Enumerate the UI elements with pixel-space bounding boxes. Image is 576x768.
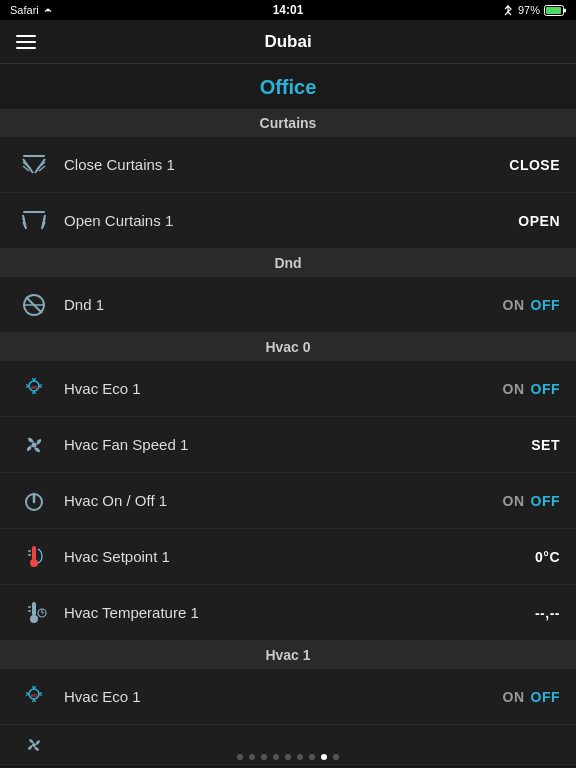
- hvac-power-on-button[interactable]: ON: [503, 493, 525, 509]
- battery-text: 97%: [518, 4, 540, 16]
- pagination-dots: [0, 754, 576, 760]
- dot-7[interactable]: [309, 754, 315, 760]
- hvac-temp-value: --,--: [535, 605, 560, 621]
- hvac-eco-label: Hvac Eco 1: [64, 380, 503, 397]
- open-curtains-label: Open Curtains 1: [64, 212, 518, 229]
- bluetooth-icon: [502, 4, 514, 16]
- hvac-power-icon: [16, 483, 52, 519]
- carrier-text: Safari: [10, 4, 39, 16]
- dot-2[interactable]: [249, 754, 255, 760]
- hvac1-eco-action-group: ON OFF: [503, 689, 561, 705]
- hvac-power-off-button[interactable]: OFF: [531, 493, 561, 509]
- status-carrier: Safari: [10, 4, 53, 16]
- svg-point-26: [30, 559, 38, 567]
- close-curtains-label: Close Curtains 1: [64, 156, 509, 173]
- close-curtains-action[interactable]: CLOSE: [509, 157, 560, 173]
- dot-6[interactable]: [297, 754, 303, 760]
- dnd-label: Dnd 1: [64, 296, 503, 313]
- dot-9[interactable]: [333, 754, 339, 760]
- svg-point-23: [32, 442, 37, 447]
- hvac-eco-icon-2: eco: [16, 679, 52, 715]
- list-item[interactable]: Close Curtains 1 CLOSE: [0, 137, 576, 193]
- hvac1-eco-on-button[interactable]: ON: [503, 689, 525, 705]
- hvac-setpoint-value[interactable]: 0°C: [535, 549, 560, 565]
- dot-8-active[interactable]: [321, 754, 327, 760]
- list-item[interactable]: Open Curtains 1 OPEN: [0, 193, 576, 249]
- hvac-eco-icon: eco: [16, 371, 52, 407]
- wifi-icon: [43, 5, 53, 15]
- hvac-eco-off-button[interactable]: OFF: [531, 381, 561, 397]
- list-item[interactable]: Hvac Fan Speed 1 SET: [0, 417, 576, 473]
- list-item[interactable]: Hvac On / Off 1 ON OFF: [0, 473, 576, 529]
- room-title: Office: [0, 64, 576, 109]
- dot-5[interactable]: [285, 754, 291, 760]
- dot-4[interactable]: [273, 754, 279, 760]
- curtains-closed-icon: [16, 147, 52, 183]
- hvac-fan-label: Hvac Fan Speed 1: [64, 436, 531, 453]
- status-bar: Safari 14:01 97%: [0, 0, 576, 20]
- hvac-setpoint-label: Hvac Setpoint 1: [64, 548, 535, 565]
- section-dnd-header: Dnd: [0, 249, 576, 277]
- nav-title: Dubai: [264, 32, 311, 52]
- nav-bar: Dubai: [0, 20, 576, 64]
- dot-1[interactable]: [237, 754, 243, 760]
- svg-rect-4: [23, 155, 45, 157]
- list-item[interactable]: Dnd 1 ON OFF: [0, 277, 576, 333]
- hvac-temp-icon: [16, 595, 52, 631]
- dnd-off-button[interactable]: OFF: [531, 297, 561, 313]
- hvac-power-label: Hvac On / Off 1: [64, 492, 503, 509]
- section-hvac0-header: Hvac 0: [0, 333, 576, 361]
- hvac1-eco-off-button[interactable]: OFF: [531, 689, 561, 705]
- menu-button[interactable]: [16, 35, 36, 49]
- svg-rect-11: [23, 211, 45, 213]
- status-time: 14:01: [273, 3, 304, 17]
- svg-rect-3: [564, 8, 566, 12]
- svg-rect-2: [546, 7, 561, 14]
- battery-icon: [544, 5, 566, 16]
- dnd-on-button[interactable]: ON: [503, 297, 525, 313]
- hvac-fan-icon: [16, 427, 52, 463]
- svg-point-38: [32, 742, 36, 746]
- hvac-power-action-group: ON OFF: [503, 493, 561, 509]
- section-curtains-header: Curtains: [0, 109, 576, 137]
- open-curtains-action[interactable]: OPEN: [518, 213, 560, 229]
- hvac-eco-action-group: ON OFF: [503, 381, 561, 397]
- dot-3[interactable]: [261, 754, 267, 760]
- list-item[interactable]: Hvac Setpoint 1 0°C: [0, 529, 576, 585]
- section-hvac1-header: Hvac 1: [0, 641, 576, 669]
- hvac-fan-action[interactable]: SET: [531, 437, 560, 453]
- svg-rect-25: [32, 546, 36, 560]
- main-content: Curtains Close Curtains 1 CLOSE: [0, 109, 576, 768]
- svg-rect-29: [32, 602, 36, 616]
- dnd-action-group: ON OFF: [503, 297, 561, 313]
- hvac-eco-label-2: Hvac Eco 1: [64, 688, 503, 705]
- svg-text:eco: eco: [31, 692, 39, 698]
- list-item[interactable]: Hvac Temperature 1 --,--: [0, 585, 576, 641]
- list-item[interactable]: eco Hvac Eco 1 ON OFF: [0, 361, 576, 417]
- svg-point-30: [30, 615, 38, 623]
- hvac-eco-on-button[interactable]: ON: [503, 381, 525, 397]
- hvac-setpoint-icon: [16, 539, 52, 575]
- dnd-icon: [16, 287, 52, 323]
- status-right: 97%: [502, 4, 566, 16]
- hvac-temp-label: Hvac Temperature 1: [64, 604, 535, 621]
- curtains-open-icon: [16, 203, 52, 239]
- svg-text:eco: eco: [31, 384, 39, 390]
- list-item[interactable]: eco Hvac Eco 1 ON OFF: [0, 669, 576, 725]
